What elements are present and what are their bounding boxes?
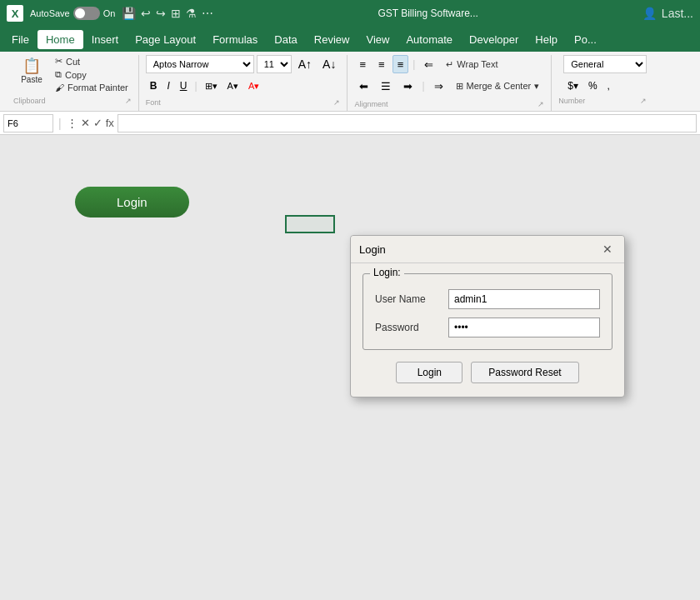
alignment-expand-icon[interactable]: ↗ [538,100,544,108]
menu-bar: File Home Insert Page Layout Formulas Da… [0,27,700,52]
menu-review[interactable]: Review [306,30,358,49]
font-family-select[interactable]: Aptos Narrow [146,55,254,73]
copy-icon: ⧉ [55,69,62,80]
dialog-title-bar: Login ✕ [351,236,624,263]
percent-button[interactable]: % [584,77,602,95]
format-painter-button[interactable]: 🖌 Format Painter [52,82,132,93]
font-group: Aptos Narrow 11 A↑ A↓ B I U | ⊞▾ A▾ A▾ F… [139,55,348,111]
toggle-state-label: On [103,8,116,18]
dollar-button[interactable]: $▾ [563,77,582,95]
align-top-center-btn[interactable]: ≡ [373,55,390,73]
user-icon[interactable]: 👤 [642,7,657,20]
copy-button[interactable]: ⧉ Copy [52,68,132,81]
cut-button[interactable]: ✂ Cut [52,55,132,68]
align-top-right-btn[interactable]: ≡ [392,55,409,73]
font-color-button[interactable]: A▾ [244,77,263,95]
spreadsheet-area: Login Login ✕ Login: User Name Passw [0,135,700,600]
dialog-title: Login [359,243,386,256]
merge-center-button[interactable]: ⊞ Merge & Center▾ [451,79,545,93]
number-group-label: Number [558,97,585,105]
expand-formula-icon[interactable]: ⋮ [67,117,78,129]
format-painter-icon: 🖌 [55,82,64,92]
formula-input[interactable] [118,114,697,132]
menu-automate[interactable]: Automate [398,30,461,49]
font-selector-row: Aptos Narrow 11 A↑ A↓ [146,55,341,73]
dialog-close-button[interactable]: ✕ [599,241,616,258]
menu-help[interactable]: Help [527,30,566,49]
dialog-buttons: Login Password Reset [362,362,612,383]
menu-data[interactable]: Data [266,30,305,49]
function-icon[interactable]: fx [106,117,114,129]
cancel-formula-icon[interactable]: ✕ [81,117,90,129]
save-icon[interactable]: 💾 [122,7,136,20]
password-reset-button[interactable]: Password Reset [471,362,578,383]
indent-left-btn[interactable]: ⇐ [419,55,438,73]
number-group: General $▾ % , Number ↗ [552,55,653,111]
username-input[interactable] [448,289,600,309]
merge-icon: ⊞ [456,81,463,92]
autosave-toggle[interactable] [73,7,100,20]
clipboard-expand-icon[interactable]: ↗ [125,97,132,105]
login-dialog: Login ✕ Login: User Name Password [350,235,625,398]
decrease-font-btn[interactable]: A↓ [318,55,340,73]
confirm-formula-icon[interactable]: ✓ [93,117,102,129]
fill-color-button[interactable]: A▾ [223,77,242,95]
redo-icon[interactable]: ↪ [156,7,166,20]
alignment-group-label: Alignment [354,100,388,108]
font-expand-icon[interactable]: ↗ [333,98,340,107]
formula-bar-separator: | [58,117,62,130]
app-title: GST Billing Software... [220,8,635,19]
align-top-left-btn[interactable]: ≡ [354,55,371,73]
login-legend: Login: [370,267,404,278]
autosave-text: AutoSave [30,8,70,18]
excel-logo: X [7,5,23,22]
align-center-btn[interactable]: ☰ [376,77,396,95]
align-right-btn[interactable]: ➡ [398,77,418,95]
menu-developer[interactable]: Developer [461,30,527,49]
title-bar: X AutoSave On 💾 ↩ ↪ ⊞ ⚗ ⋯ GST Billing So… [0,0,700,27]
font-size-select[interactable]: 11 [257,55,292,73]
username-label: User Name [375,293,442,305]
bold-button[interactable]: B [146,77,162,95]
paste-label: Paste [21,75,42,84]
user-area: 👤 Last... [642,7,693,20]
menu-home[interactable]: Home [38,30,83,49]
cut-icon: ✂ [55,56,62,67]
cell-reference-box[interactable]: F6 [3,114,53,132]
toolbar-icons: 💾 ↩ ↪ ⊞ ⚗ ⋯ [122,7,213,20]
font-group-label: Font [146,98,161,107]
table-icon[interactable]: ⊞ [171,7,181,20]
borders-button[interactable]: ⊞▾ [201,77,222,95]
increase-font-btn[interactable]: A↑ [294,55,316,73]
paste-button[interactable]: 📋 Paste [13,55,50,88]
comma-button[interactable]: , [603,77,614,95]
dialog-body: Login: User Name Password Login [351,263,624,397]
menu-formulas[interactable]: Formulas [204,30,266,49]
more-icon[interactable]: ⋯ [202,7,213,20]
wrap-text-button[interactable]: ↵ Wrap Text [441,58,502,72]
wrap-text-label: Wrap Text [457,59,498,69]
align-left-btn[interactable]: ⬅ [354,77,373,95]
login-button[interactable]: Login [396,362,462,383]
dialog-overlay: Login ✕ Login: User Name Password [0,135,700,600]
password-label: Password [375,322,442,333]
filter-icon[interactable]: ⚗ [186,7,197,20]
menu-page-layout[interactable]: Page Layout [127,30,204,49]
underline-button[interactable]: U [176,77,192,95]
italic-button[interactable]: I [162,77,173,95]
alignment-group: ≡ ≡ ≡ | ⇐ ↵ Wrap Text ⬅ ☰ ➡ | ⇒ ⊞ Merge … [348,55,552,111]
number-expand-icon[interactable]: ↗ [640,97,647,105]
password-input[interactable] [448,318,600,338]
menu-insert[interactable]: Insert [83,30,128,49]
user-label: Last... [662,7,693,20]
indent-right-btn[interactable]: ⇒ [429,77,448,95]
menu-view[interactable]: View [358,30,398,49]
username-field: User Name [375,289,600,309]
number-format-select[interactable]: General [563,55,647,73]
undo-icon[interactable]: ↩ [141,7,151,20]
menu-more[interactable]: Po... [566,30,605,49]
login-fieldset: Login: User Name Password [362,273,612,350]
formula-bar: F6 | ⋮ ✕ ✓ fx [0,112,700,135]
cell-ref-label: F6 [8,118,18,128]
menu-file[interactable]: File [3,30,38,49]
